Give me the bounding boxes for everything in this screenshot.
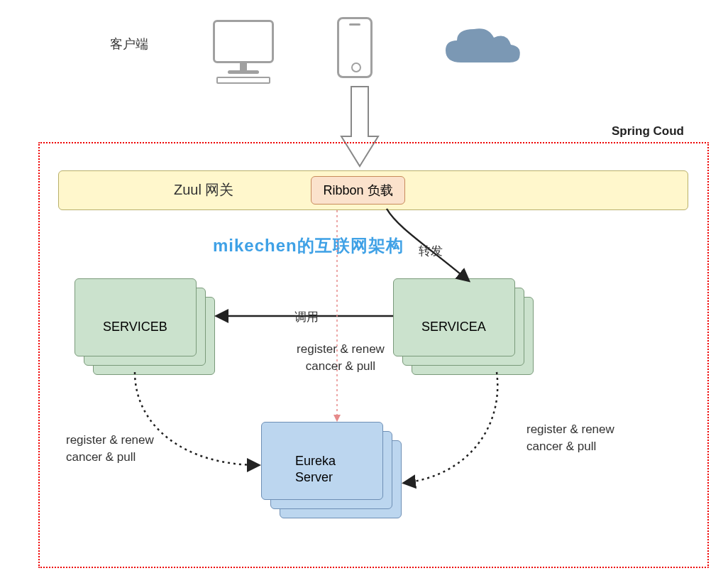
- call-label: 调用: [294, 309, 319, 325]
- forward-label: 转发: [419, 243, 443, 259]
- client-label: 客户端: [110, 36, 148, 53]
- eureka-stack: Eureka Server: [261, 422, 399, 514]
- service-a-label: SERVICEA: [421, 320, 486, 334]
- cloud-icon: [440, 23, 525, 73]
- zuul-label: Zuul 网关: [174, 180, 233, 200]
- ribbon-box: Ribbon 负载: [311, 176, 405, 205]
- register-center-label: register & renewcancer & pull: [280, 341, 401, 375]
- phone-icon: [337, 17, 373, 78]
- service-a-stack: SERVICEA: [393, 278, 531, 371]
- register-right-label: register & renewcancer & pull: [526, 421, 654, 455]
- service-b-stack: SERVICEB: [75, 278, 213, 371]
- diagram-canvas: 客户端 Spring Coud Zuul 网关 Ribbon 负载 mikech…: [0, 0, 728, 583]
- service-b-label: SERVICEB: [103, 320, 167, 334]
- watermark: mikechen的互联网架构: [213, 234, 404, 257]
- register-left-label: register & renewcancer & pull: [66, 432, 194, 466]
- desktop-icon: [213, 20, 274, 84]
- frame-title: Spring Coud: [612, 124, 684, 138]
- eureka-label: Eureka Server: [295, 453, 336, 486]
